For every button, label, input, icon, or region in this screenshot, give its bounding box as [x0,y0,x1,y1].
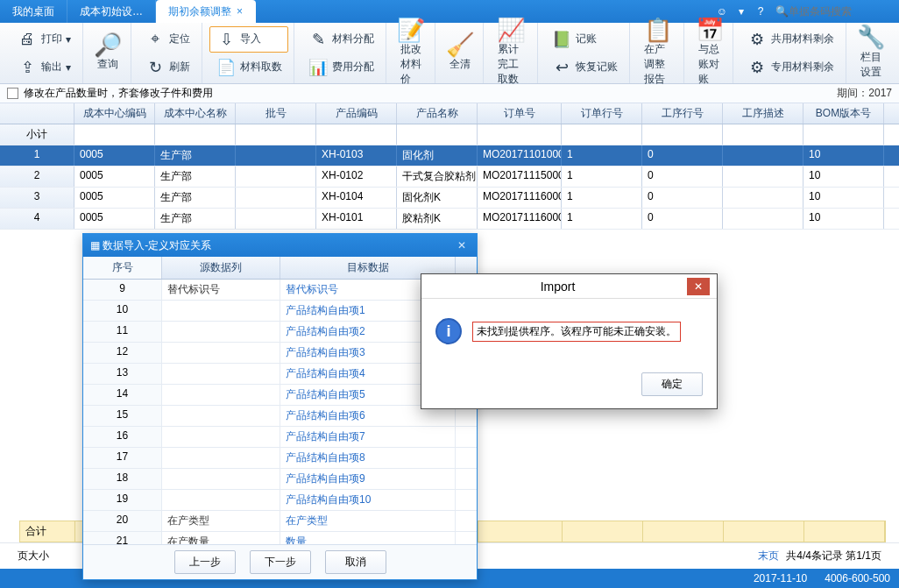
mapping-row[interactable]: 17产品结构自由项8 [83,448,477,469]
cost-dist-button[interactable]: 📊费用分配 [301,54,380,81]
mapping-row[interactable]: 12产品结构自由项3 [83,343,477,364]
locate-button[interactable]: ⌖定位 [138,26,196,53]
cancel-button[interactable]: 取消 [325,550,386,574]
mapping-row[interactable]: 20在产类型在产类型 [83,511,477,532]
page-size-label: 页大小 [18,549,49,563]
period-label: 期间：2017 [837,86,892,101]
data-grid: 成本中心编码 成本中心名称 批号 产品编码 产品名称 订单号 订单行号 工序行号… [0,103,899,230]
mapping-row[interactable]: 14产品结构自由项5 [83,385,477,406]
tab-desktop[interactable]: 我的桌面 [0,0,67,23]
table-row[interactable]: 10005生产部XH-0103固化剂MO2017110100011010 [0,145,899,166]
mapping-row[interactable]: 19产品结构自由项10 [83,490,477,511]
table-row[interactable]: 40005生产部XH-0101胶粘剂KMO2017111600021010 [0,209,899,230]
pencil-icon: ✎ [308,29,329,50]
refresh-button[interactable]: ↻刷新 [138,54,196,81]
mapping-row[interactable]: 11产品结构自由项2 [83,322,477,343]
unpost-button[interactable]: ↩恢复记账 [545,54,624,81]
columns-icon: 🔧 [860,27,881,48]
error-close-button[interactable]: ✕ [687,278,710,295]
import-button[interactable]: ⇩导入 [209,26,288,53]
reconcile-icon: 📅 [699,19,720,40]
col-product-name[interactable]: 产品名称 [397,103,478,124]
search-doc-icon: 🔎 [97,34,118,55]
print-button[interactable]: 🖨打印▾ [11,26,77,53]
query-button[interactable]: 🔎查询 [90,31,125,75]
sync-subitems-checkbox[interactable] [7,88,18,99]
price-icon: 📝 [400,19,421,40]
mapping-row[interactable]: 9替代标识号替代标识号 [83,280,477,301]
wip-report-button[interactable]: 📋在产调整报告 [637,16,678,90]
mapping-row[interactable]: 16产品结构自由项7 [83,427,477,448]
special-icon: ⚙ [747,57,768,78]
mapping-row[interactable]: 13产品结构自由项4 [83,364,477,385]
error-message: 未找到提供程序。该程序可能未正确安装。 [472,322,681,342]
error-title: Import [428,280,687,294]
report-icon: 📋 [648,19,669,40]
reconcile-button[interactable]: 📅与总账对账 [691,16,727,90]
printer-icon: 🖨 [17,29,38,50]
fetch-icon: 📄 [216,57,237,78]
import-icon: ⇩ [216,29,237,50]
column-settings-button[interactable]: 🔧栏目设置 [853,24,888,83]
mapping-row[interactable]: 10产品结构自由项1 [83,301,477,322]
export-icon: ⇪ [17,57,38,78]
col-order-row[interactable]: 订单行号 [562,103,642,124]
table-row[interactable]: 20005生产部XH-0102干式复合胶粘剂MO2017111500011010 [0,166,899,188]
clear-all-button[interactable]: 🧹全清 [442,31,478,75]
book-icon: 📗 [551,29,572,50]
col-process-desc[interactable]: 工序描述 [723,103,803,124]
last-page-link[interactable]: 末页 [758,549,779,563]
special-material-button[interactable]: ⚙专用材料剩余 [740,54,840,81]
import-error-dialog: Import ✕ i 未找到提供程序。该程序可能未正确安装。 确定 [421,273,718,409]
info-icon: i [435,318,462,344]
dropdown-icon[interactable]: ▾ [732,0,751,23]
dialog-title: 数据导入-定义对应关系 [103,238,211,253]
mapping-row[interactable]: 15产品结构自由项6 [83,406,477,427]
share-icon: ⚙ [747,29,768,50]
col-src[interactable]: 源数据列 [162,257,280,279]
ok-button[interactable]: 确定 [641,372,703,396]
grid-icon: ▦ [90,239,100,251]
batch-price-button[interactable]: 📝批改材料价 [393,16,429,90]
search-input[interactable] [789,5,894,18]
cum-finish-button[interactable]: 📈累计完工取数 [491,16,532,90]
barcode-search[interactable]: 🔍 [770,0,899,23]
shared-material-button[interactable]: ⚙共用材料剩余 [740,26,840,53]
cum-icon: 📈 [500,19,521,40]
undo-icon: ↩ [551,57,572,78]
prev-button[interactable]: 上一步 [174,550,236,574]
search-icon: 🔍 [775,5,789,18]
table-row[interactable]: 30005生产部XH-0104固化剂KMO2017111600011010 [0,188,899,209]
cost-icon: 📊 [308,57,329,78]
tab-opening-balance[interactable]: 期初余额调整× [156,0,256,23]
mapping-row[interactable]: 18产品结构自由项9 [83,469,477,490]
import-mapping-dialog: ▦ 数据导入-定义对应关系 ✕ 序号 源数据列 目标数据 9替代标识号替代标识号… [82,233,478,580]
status-date: 2017-11-10 [754,572,807,584]
post-button[interactable]: 📗记账 [545,26,624,53]
help-icon[interactable]: ? [751,0,770,23]
next-button[interactable]: 下一步 [250,550,311,574]
locate-icon: ⌖ [145,29,166,50]
mapping-row[interactable]: 21在产数量数量 [83,532,477,544]
col-product-code[interactable]: 产品编码 [316,103,397,124]
ribbon: 🖨打印▾ ⇪输出▾ 🔎查询 ⌖定位 ↻刷新 ⇩导入 📄材料取数 ✎材料分配 📊费… [0,23,899,84]
col-process-row[interactable]: 工序行号 [642,103,723,124]
col-cost-center-name[interactable]: 成本中心名称 [155,103,236,124]
col-bom-ver[interactable]: BOM版本号 [803,103,884,124]
col-cost-center-code[interactable]: 成本中心编码 [74,103,155,124]
col-order-no[interactable]: 订单号 [478,103,562,124]
close-icon[interactable]: × [237,5,243,18]
checkbox-label: 修改在产品数量时，齐套修改子件和费用 [24,86,213,101]
clear-icon: 🧹 [450,34,471,55]
col-batch[interactable]: 批号 [236,103,316,124]
tab-costinit[interactable]: 成本初始设… [67,0,156,23]
col-rowhead[interactable] [0,103,74,124]
material-dist-button[interactable]: ✎材料分配 [301,26,380,53]
status-phone: 4006-600-500 [825,572,890,584]
col-seq[interactable]: 序号 [83,257,162,279]
subtotal-row: 小计 [0,124,899,145]
export-button[interactable]: ⇪输出▾ [11,54,77,81]
refresh-icon: ↻ [145,57,166,78]
dialog-close-icon[interactable]: ✕ [454,239,470,251]
material-fetch-button[interactable]: 📄材料取数 [209,54,288,81]
